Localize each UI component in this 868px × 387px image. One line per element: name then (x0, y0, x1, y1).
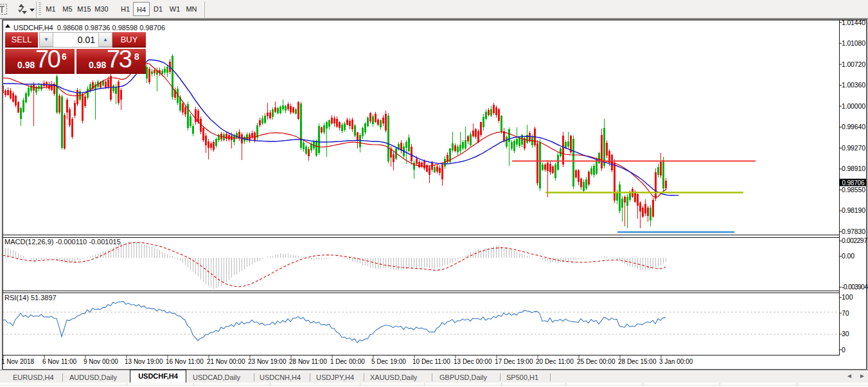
svg-text:0.98190: 0.98190 (842, 206, 865, 214)
svg-text:23 Nov 19:00: 23 Nov 19:00 (248, 358, 287, 365)
svg-text:0.98706: 0.98706 (842, 179, 865, 186)
svg-text:25 Dec 00:00: 25 Dec 00:00 (577, 358, 616, 365)
svg-text:16 Nov 11:00: 16 Nov 11:00 (166, 358, 204, 365)
svg-text:0.97830: 0.97830 (842, 228, 865, 235)
svg-text:3 Jan 00:00: 3 Jan 00:00 (659, 358, 693, 365)
svg-text:30: 30 (842, 330, 849, 338)
svg-text:0.002297: 0.002297 (842, 237, 867, 244)
svg-text:20 Dec 11:00: 20 Dec 11:00 (536, 358, 574, 365)
svg-text:1.01440: 1.01440 (842, 19, 865, 26)
svg-text:10 Dec 11:00: 10 Dec 11:00 (412, 358, 450, 365)
svg-text:70: 70 (842, 309, 849, 317)
svg-text:0.00: 0.00 (842, 252, 855, 260)
svg-text:0.98550: 0.98550 (842, 186, 865, 194)
svg-text:13 Dec 00:00: 13 Dec 00:00 (454, 358, 492, 365)
svg-text:-0.003904: -0.003904 (842, 283, 868, 291)
svg-text:0: 0 (842, 346, 846, 354)
svg-text:21 Nov 00:00: 21 Nov 00:00 (207, 358, 245, 365)
svg-text:17 Dec 19:00: 17 Dec 19:00 (495, 358, 533, 365)
svg-text:RSI(14) 51.3897: RSI(14) 51.3897 (4, 294, 57, 302)
svg-text:9 Nov 00:00: 9 Nov 00:00 (84, 358, 118, 365)
svg-text:5 Dec 19:00: 5 Dec 19:00 (371, 358, 406, 365)
svg-text:0.99270: 0.99270 (842, 144, 865, 152)
svg-text:28 Nov 11:00: 28 Nov 11:00 (289, 358, 327, 365)
svg-text:0.99640: 0.99640 (842, 123, 865, 130)
svg-text:28 Dec 15:00: 28 Dec 15:00 (618, 358, 657, 365)
svg-text:13 Nov 19:00: 13 Nov 19:00 (125, 358, 163, 365)
svg-text:MACD(12,26,9) -0.000110 -0.001: MACD(12,26,9) -0.000110 -0.001015 (4, 238, 121, 246)
svg-text:1 Dec 00:00: 1 Dec 00:00 (330, 358, 365, 365)
svg-text:1.00720: 1.00720 (842, 60, 865, 68)
svg-text:1 Nov 2018: 1 Nov 2018 (1, 358, 35, 365)
svg-text:1.01080: 1.01080 (842, 39, 865, 47)
svg-text:1.00360: 1.00360 (842, 81, 865, 89)
svg-text:1.00000: 1.00000 (842, 102, 865, 110)
svg-text:0.98910: 0.98910 (842, 165, 865, 172)
svg-text:USDCHF,H4 0.98608 0.98736 0.9: USDCHF,H4 0.98608 0.98736 0.98598 0.9870… (13, 24, 165, 32)
svg-text:100: 100 (842, 293, 853, 301)
svg-text:6 Nov 11:00: 6 Nov 11:00 (42, 358, 77, 365)
